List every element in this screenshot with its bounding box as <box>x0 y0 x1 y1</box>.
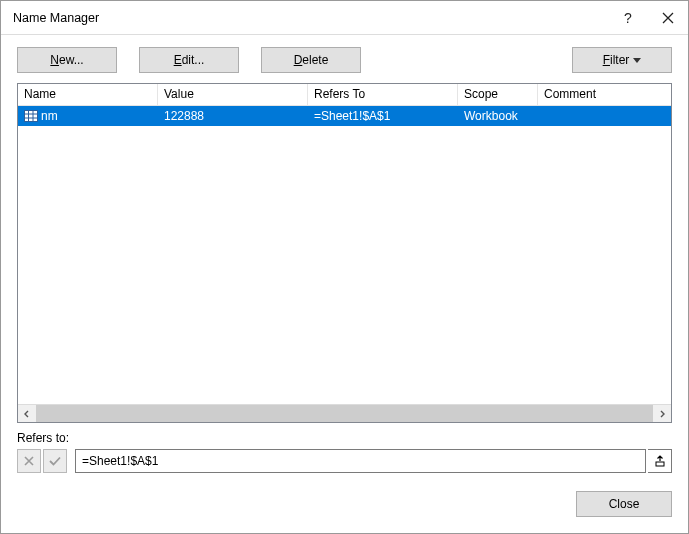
cell-scope: Workbook <box>458 109 538 123</box>
column-name[interactable]: Name <box>18 84 158 105</box>
cancel-edit-button[interactable] <box>17 449 41 473</box>
delete-button[interactable]: Delete <box>261 47 361 73</box>
refers-to-input[interactable] <box>75 449 646 473</box>
refers-to-section: Refers to: <box>1 423 688 473</box>
toolbar: New... Edit... Delete Filter <box>1 35 688 81</box>
column-comment[interactable]: Comment <box>538 84 671 105</box>
column-value[interactable]: Value <box>158 84 308 105</box>
dialog-footer: Close <box>1 473 688 529</box>
column-refersto[interactable]: Refers To <box>308 84 458 105</box>
name-icon <box>24 110 38 122</box>
svg-rect-0 <box>25 111 38 122</box>
scroll-track[interactable] <box>36 405 653 422</box>
close-button[interactable]: Close <box>576 491 672 517</box>
list-body[interactable]: nm 122888 =Sheet1!$A$1 Workbook <box>18 106 671 404</box>
names-list: Name Value Refers To Scope Comment nm 12 <box>17 83 672 423</box>
svg-rect-5 <box>656 462 664 466</box>
confirm-edit-button[interactable] <box>43 449 67 473</box>
chevron-down-icon <box>633 58 641 63</box>
scroll-thumb[interactable] <box>36 405 653 422</box>
column-headers[interactable]: Name Value Refers To Scope Comment <box>18 84 671 106</box>
range-picker-button[interactable] <box>648 449 672 473</box>
close-icon[interactable] <box>648 2 688 34</box>
table-row[interactable]: nm 122888 =Sheet1!$A$1 Workbook <box>18 106 671 126</box>
filter-button[interactable]: Filter <box>572 47 672 73</box>
cell-refersto: =Sheet1!$A$1 <box>308 109 458 123</box>
cell-name: nm <box>41 109 58 123</box>
cell-value: 122888 <box>158 109 308 123</box>
scroll-right-icon[interactable] <box>653 405 671 422</box>
dialog-title: Name Manager <box>13 11 608 25</box>
scroll-left-icon[interactable] <box>18 405 36 422</box>
edit-button[interactable]: Edit... <box>139 47 239 73</box>
titlebar: Name Manager ? <box>1 1 688 35</box>
horizontal-scrollbar[interactable] <box>18 404 671 422</box>
column-scope[interactable]: Scope <box>458 84 538 105</box>
refers-to-label: Refers to: <box>17 431 672 445</box>
new-button[interactable]: New... <box>17 47 117 73</box>
help-button[interactable]: ? <box>608 2 648 34</box>
